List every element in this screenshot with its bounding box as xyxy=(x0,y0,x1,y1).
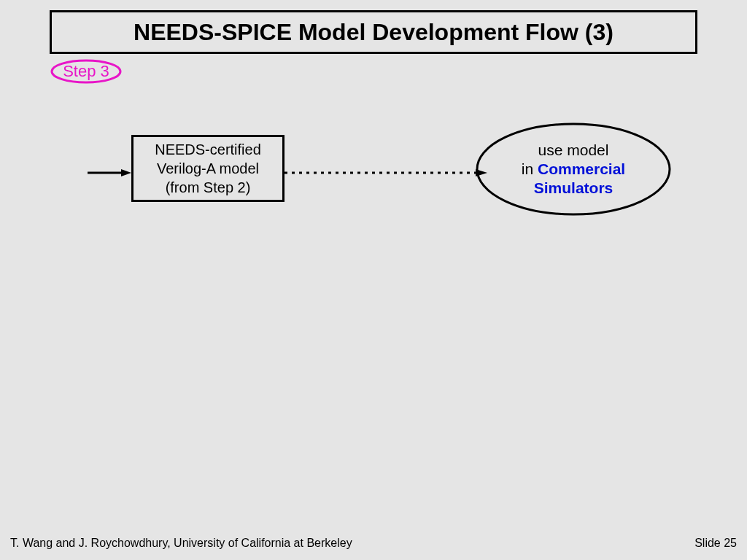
commercial-simulators-ellipse: use model in Commercial Simulators xyxy=(474,121,673,217)
footer-authors: T. Wang and J. Roychowdhury, University … xyxy=(10,537,352,550)
svg-marker-2 xyxy=(121,169,131,176)
dotted-arrow xyxy=(285,166,487,174)
box-content: NEEDS-certified Verilog-A model (from St… xyxy=(155,140,261,197)
ellipse-content: use model in Commercial Simulators xyxy=(474,121,673,217)
step-label: Step 3 xyxy=(63,62,109,81)
ellipse-line2: in Commercial xyxy=(522,160,625,179)
step-badge: Step 3 xyxy=(50,58,123,85)
ellipse-line2-pre: in xyxy=(522,160,538,177)
ellipse-line2-emph: Commercial xyxy=(538,160,625,177)
slide-number: 25 xyxy=(724,537,737,549)
box-line3: (from Step 2) xyxy=(155,178,261,197)
ellipse-line1: use model xyxy=(538,141,609,160)
box-line1: NEEDS-certified xyxy=(155,140,261,159)
needs-certified-box: NEEDS-certified Verilog-A model (from St… xyxy=(131,135,285,202)
slide-label: Slide xyxy=(694,537,724,549)
box-line2: Verilog-A model xyxy=(155,159,261,178)
arrow-right-icon xyxy=(88,169,131,176)
dotted-arrow-right-icon xyxy=(285,169,487,176)
ellipse-line3: Simulators xyxy=(534,179,614,198)
title-text: NEEDS-SPICE Model Development Flow (3) xyxy=(133,19,614,45)
slide-title: NEEDS-SPICE Model Development Flow (3) xyxy=(50,10,697,54)
solid-arrow-into-box xyxy=(88,166,131,174)
footer-slide-number: Slide 25 xyxy=(694,537,737,550)
